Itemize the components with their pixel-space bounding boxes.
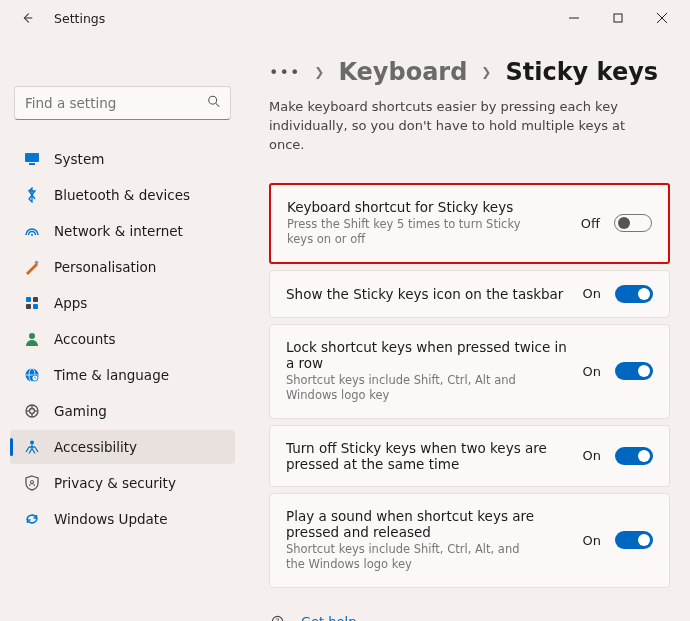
system-icon [24, 151, 40, 167]
close-icon [657, 13, 667, 23]
svg-rect-11 [33, 297, 38, 302]
maximize-button[interactable] [596, 3, 640, 33]
sidebar-item-gaming[interactable]: Gaming [10, 394, 235, 428]
breadcrumb-ellipsis[interactable]: ••• [269, 63, 300, 82]
windows-update-icon [24, 511, 40, 527]
svg-rect-7 [29, 163, 35, 165]
sidebar-item-personalisation[interactable]: Personalisation [10, 250, 235, 284]
chevron-right-icon: ❯ [481, 65, 491, 79]
gaming-icon [24, 403, 40, 419]
toggle-switch[interactable] [615, 285, 653, 303]
breadcrumb: ••• ❯ Keyboard ❯ Sticky keys [269, 58, 670, 86]
sidebar-item-network-internet[interactable]: Network & internet [10, 214, 235, 248]
breadcrumb-parent[interactable]: Keyboard [338, 58, 467, 86]
sidebar-item-label: Apps [54, 295, 87, 311]
toggle-switch[interactable] [615, 447, 653, 465]
setting-title: Play a sound when shortcut keys are pres… [286, 508, 569, 540]
svg-rect-6 [25, 153, 39, 162]
toggle-state-label: On [583, 533, 601, 548]
help-icon: ? [269, 614, 285, 621]
svg-line-5 [216, 103, 220, 107]
network-internet-icon [24, 223, 40, 239]
accessibility-icon [24, 439, 40, 455]
sidebar-item-label: System [54, 151, 104, 167]
breadcrumb-current: Sticky keys [505, 58, 658, 86]
close-button[interactable] [640, 3, 684, 33]
minimize-button[interactable] [552, 3, 596, 33]
sidebar-item-label: Windows Update [54, 511, 167, 527]
sidebar-item-system[interactable]: System [10, 142, 235, 176]
svg-point-27 [30, 441, 34, 445]
toggle-switch[interactable] [615, 362, 653, 380]
maximize-icon [613, 13, 623, 23]
search-input[interactable] [14, 86, 231, 120]
sidebar-item-windows-update[interactable]: Windows Update [10, 502, 235, 536]
toggle-state-label: Off [581, 216, 600, 231]
svg-text:?: ? [275, 617, 279, 621]
time-language-icon [24, 367, 40, 383]
setting-subtitle: Shortcut keys include Shift, Ctrl, Alt a… [286, 373, 536, 404]
toggle-state-label: On [583, 448, 601, 463]
setting-title: Keyboard shortcut for Sticky keys [287, 199, 567, 215]
sidebar-item-time-language[interactable]: Time & language [10, 358, 235, 392]
window-title: Settings [54, 11, 105, 26]
sidebar-item-label: Bluetooth & devices [54, 187, 190, 203]
minimize-icon [569, 13, 579, 23]
sidebar-item-accessibility[interactable]: Accessibility [10, 430, 235, 464]
svg-point-22 [30, 409, 35, 414]
svg-point-14 [29, 333, 35, 339]
bluetooth-devices-icon [24, 187, 40, 203]
sidebar-item-label: Accessibility [54, 439, 137, 455]
sidebar-item-label: Gaming [54, 403, 107, 419]
svg-point-8 [31, 234, 33, 236]
svg-rect-12 [26, 304, 31, 309]
setting-title: Show the Sticky keys icon on the taskbar [286, 286, 569, 302]
sidebar-item-label: Privacy & security [54, 475, 176, 491]
toggle-state-label: On [583, 364, 601, 379]
apps-icon [24, 295, 40, 311]
setting-subtitle: Shortcut keys include Shift, Ctrl, Alt, … [286, 542, 536, 573]
sidebar-item-bluetooth-devices[interactable]: Bluetooth & devices [10, 178, 235, 212]
sidebar-item-privacy-security[interactable]: Privacy & security [10, 466, 235, 500]
svg-rect-10 [26, 297, 31, 302]
toggle-switch[interactable] [615, 531, 653, 549]
setting-card: Turn off Sticky keys when two keys are p… [269, 425, 670, 487]
get-help-link[interactable]: ? Get help [269, 614, 670, 621]
sidebar-item-label: Accounts [54, 331, 116, 347]
toggle-switch[interactable] [614, 214, 652, 232]
arrow-left-icon [20, 11, 34, 25]
sidebar-item-label: Network & internet [54, 223, 183, 239]
svg-rect-1 [614, 14, 622, 22]
personalisation-icon [24, 259, 40, 275]
setting-card: Play a sound when shortcut keys are pres… [269, 493, 670, 588]
setting-title: Turn off Sticky keys when two keys are p… [286, 440, 569, 472]
setting-card: Keyboard shortcut for Sticky keysPress t… [269, 183, 670, 264]
toggle-state-label: On [583, 286, 601, 301]
search-icon [207, 94, 221, 113]
sidebar-item-apps[interactable]: Apps [10, 286, 235, 320]
link-label: Get help [301, 614, 356, 621]
back-button[interactable] [18, 9, 36, 27]
setting-title: Lock shortcut keys when pressed twice in… [286, 339, 569, 371]
accounts-icon [24, 331, 40, 347]
privacy-security-icon [24, 475, 40, 491]
setting-card: Lock shortcut keys when pressed twice in… [269, 324, 670, 419]
page-description: Make keyboard shortcuts easier by pressi… [269, 98, 649, 155]
svg-rect-13 [33, 304, 38, 309]
setting-subtitle: Press the Shift key 5 times to turn Stic… [287, 217, 537, 248]
svg-point-4 [209, 96, 217, 104]
sidebar-item-accounts[interactable]: Accounts [10, 322, 235, 356]
sidebar-item-label: Time & language [54, 367, 169, 383]
chevron-right-icon: ❯ [314, 65, 324, 79]
sidebar-item-label: Personalisation [54, 259, 156, 275]
sidebar-nav: SystemBluetooth & devicesNetwork & inter… [10, 142, 235, 536]
setting-card: Show the Sticky keys icon on the taskbar… [269, 270, 670, 318]
